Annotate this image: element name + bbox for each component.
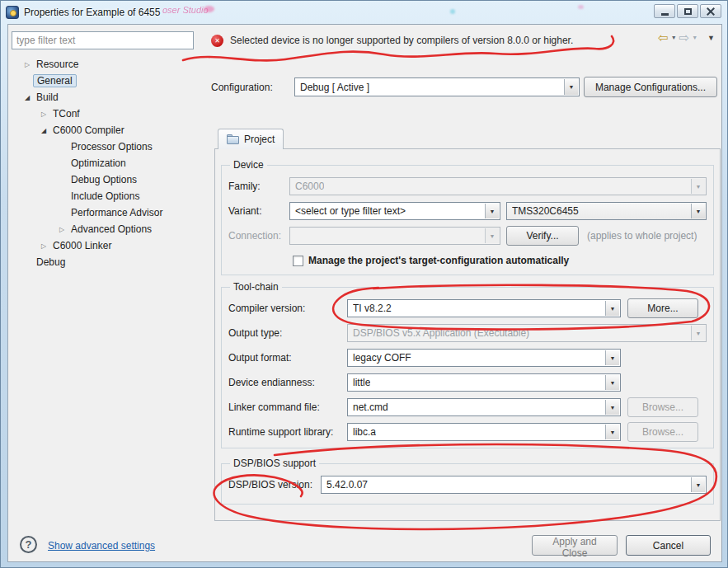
tree-item-tconf[interactable]: ▷ TConf	[10, 106, 208, 122]
linker-command-file-label: Linker command file:	[228, 401, 347, 413]
back-history-dropdown-icon[interactable]: ▼	[671, 35, 677, 40]
cancel-button[interactable]: Cancel	[626, 535, 711, 556]
titlebar[interactable]: Properties for Example of 6455 oser Stud…	[1, 1, 727, 24]
connection-select[interactable]: ▼	[289, 227, 500, 245]
variant-filter-select[interactable]: <select or type filter text> ▼	[289, 202, 500, 220]
configuration-select[interactable]: Debug [ Active ] ▼	[294, 77, 580, 96]
forward-arrow-icon[interactable]: ⇨	[679, 31, 690, 44]
tree-item-label: Performance Advisor	[68, 206, 166, 219]
configuration-row: Configuration: Debug [ Active ] ▼ Manage…	[211, 76, 717, 98]
apply-and-close-button[interactable]: Apply and Close	[532, 535, 618, 556]
glass-speck	[450, 9, 455, 14]
chevron-down-icon: ▼	[605, 400, 619, 415]
toolchain-group: Tool-chain Compiler version: TI v8.2.2 ▼…	[221, 281, 714, 448]
tree-item-performance-advisor[interactable]: Performance Advisor	[10, 204, 208, 221]
manage-config-checkbox[interactable]	[293, 256, 303, 266]
forward-history-dropdown-icon[interactable]: ▼	[692, 35, 697, 40]
collapsed-arrow-icon[interactable]: ▷	[38, 242, 49, 250]
compiler-version-select[interactable]: TI v8.2.2 ▼	[347, 299, 621, 317]
runtime-browse-button[interactable]: Browse...	[627, 422, 698, 442]
variant-device-select[interactable]: TMS320C6455 ▼	[506, 202, 707, 220]
tree-item-label: Debug Options	[68, 173, 140, 186]
chevron-down-icon: ▼	[485, 204, 499, 218]
close-icon	[707, 7, 715, 16]
runtime-support-library-select[interactable]: libc.a ▼	[347, 423, 621, 441]
collapsed-arrow-icon[interactable]: ▷	[56, 226, 68, 233]
collapsed-arrow-icon[interactable]: ▷	[21, 61, 33, 68]
output-type-label: Output type:	[228, 327, 347, 339]
family-label: Family:	[228, 181, 289, 192]
show-advanced-settings-link[interactable]: Show advanced settings	[48, 540, 155, 552]
error-message: Selected device is no longer supported b…	[230, 35, 573, 46]
device-endianness-label: Device endianness:	[228, 377, 347, 388]
manage-config-checkbox-label[interactable]: Manage the project's target-configuratio…	[308, 255, 569, 266]
more-button[interactable]: More...	[627, 298, 698, 318]
app-icon	[6, 6, 19, 19]
tree-item-include-options[interactable]: Include Options	[10, 188, 208, 204]
tree-item-c6000-linker[interactable]: ▷ C6000 Linker	[10, 237, 208, 254]
navigation-arrows: ⇦ ▼ ⇨ ▼ ▼	[658, 31, 715, 44]
tree-item-processor-options[interactable]: Processor Options	[10, 138, 208, 155]
chevron-down-icon: ▼	[605, 425, 619, 439]
linker-command-file-select[interactable]: net.cmd ▼	[347, 398, 621, 416]
dsp-bios-group: DSP/BIOS support DSP/BIOS version: 5.42.…	[221, 458, 714, 505]
dsp-bios-version-select[interactable]: 5.42.0.07 ▼	[321, 476, 707, 494]
help-button[interactable]: ?	[20, 536, 37, 553]
minimize-icon	[661, 13, 669, 16]
connection-row: Connection: ▼ Verify... (applies to whol…	[228, 227, 707, 245]
chevron-down-icon: ▼	[605, 301, 619, 316]
expanded-arrow-icon[interactable]: ◢	[21, 94, 33, 101]
window-title: Properties for Example of 6455	[24, 7, 160, 18]
chevron-down-icon: ▼	[605, 375, 619, 390]
tree-item-advanced-options[interactable]: ▷ Advanced Options	[10, 221, 208, 237]
applies-note: (applies to whole project)	[587, 230, 697, 242]
tree-item-build[interactable]: ◢ Build	[10, 89, 208, 106]
verify-button[interactable]: Verify...	[506, 226, 579, 246]
variant-label: Variant:	[228, 205, 289, 217]
close-button[interactable]	[700, 4, 721, 18]
configuration-label: Configuration:	[211, 82, 294, 93]
tree-item-debug-options[interactable]: Debug Options	[10, 171, 208, 188]
linker-command-file-row: Linker command file: net.cmd ▼ Browse...	[228, 398, 707, 416]
filter-input[interactable]	[12, 31, 194, 49]
tab-project[interactable]: Project	[218, 129, 284, 149]
tree-item-label: Resource	[33, 58, 82, 71]
tree-item-label: C6000 Linker	[49, 239, 115, 252]
tree-item-optimization[interactable]: Optimization	[10, 155, 208, 171]
tab-label: Project	[244, 134, 275, 145]
linker-browse-button[interactable]: Browse...	[627, 397, 698, 417]
chevron-down-icon: ▼	[605, 350, 619, 365]
output-format-value: legacy COFF	[353, 352, 411, 364]
collapsed-arrow-icon[interactable]: ▷	[38, 110, 49, 118]
tree-item-label: TConf	[49, 107, 83, 120]
tree-item-c6000-compiler[interactable]: ◢ C6000 Compiler	[10, 122, 208, 138]
chevron-down-icon: ▼	[691, 204, 705, 218]
family-value: C6000	[295, 181, 324, 192]
manage-configurations-button[interactable]: Manage Configurations...	[584, 77, 717, 97]
expanded-arrow-icon[interactable]: ◢	[38, 127, 49, 134]
maximize-button[interactable]	[677, 4, 698, 18]
dsp-bios-group-legend: DSP/BIOS support	[230, 458, 319, 469]
dsp-bios-version-label: DSP/BIOS version:	[228, 479, 321, 491]
connection-label: Connection:	[228, 230, 289, 242]
question-mark-icon: ?	[26, 538, 32, 551]
output-type-value: DSP/BIOS v5.x Application (Executable)	[353, 327, 529, 339]
minimize-button[interactable]	[654, 4, 675, 18]
error-banner: ✕ Selected device is no longer supported…	[211, 31, 640, 50]
tree-item-label: Include Options	[68, 190, 143, 203]
output-format-select[interactable]: legacy COFF ▼	[347, 349, 621, 367]
family-select[interactable]: C6000 ▼	[289, 177, 707, 195]
chevron-down-icon: ▼	[691, 179, 705, 194]
output-type-select[interactable]: DSP/BIOS v5.x Application (Executable) ▼	[347, 324, 707, 342]
configuration-value: Debug [ Active ]	[300, 82, 369, 93]
tree-item-debug[interactable]: Debug	[10, 254, 208, 270]
view-menu-icon[interactable]: ▼	[707, 34, 715, 42]
back-arrow-icon[interactable]: ⇦	[658, 31, 669, 44]
glass-speck	[204, 6, 214, 12]
tree-item-resource[interactable]: ▷ Resource	[10, 56, 208, 73]
glass-speck	[578, 5, 584, 9]
device-endianness-select[interactable]: little ▼	[347, 373, 621, 392]
tree-item-general[interactable]: General	[10, 73, 208, 89]
family-row: Family: C6000 ▼	[228, 177, 707, 195]
tree-item-label: Advanced Options	[68, 223, 155, 236]
